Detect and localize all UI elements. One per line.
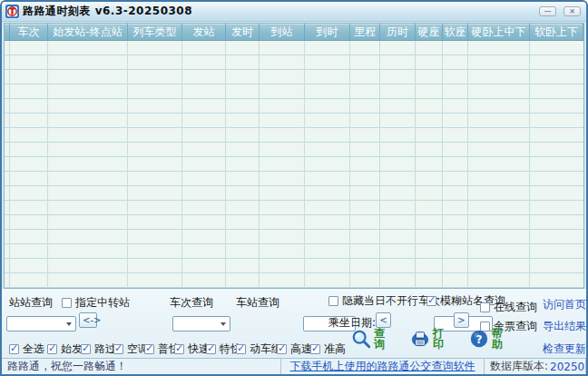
- checkbox-label: 高速: [290, 341, 312, 357]
- checkbox-box: [480, 302, 490, 312]
- svg-text:?: ?: [476, 333, 483, 346]
- table-body-column: [416, 41, 443, 288]
- col-header-train-type[interactable]: 列车类型: [128, 24, 182, 41]
- query-button-label: 查 询: [374, 328, 385, 350]
- station-station-query-label: 站站查询: [9, 295, 53, 311]
- status-download-link[interactable]: 下载手机上使用的路路通公交查询软件: [290, 359, 475, 374]
- checkbox-box: [277, 344, 287, 354]
- link-export-results[interactable]: 导出结果: [543, 319, 586, 334]
- col-header-dep-time[interactable]: 发时: [226, 24, 260, 41]
- magnifier-icon: [351, 329, 371, 349]
- station-query-label: 车站查询: [236, 295, 279, 311]
- table-body-column: [48, 41, 128, 288]
- filter-checkbox-originating[interactable]: 始发: [47, 341, 83, 357]
- checkbox-box: [81, 344, 91, 354]
- date-next-button[interactable]: >: [454, 312, 469, 328]
- title-bar[interactable]: 路路通时刻表 v6.3-20250308 — ✕: [2, 2, 586, 22]
- date-prev-button[interactable]: <: [376, 312, 391, 328]
- checkbox-box: [310, 344, 320, 354]
- filter-checkbox-high-speed[interactable]: 高速: [277, 341, 312, 357]
- to-station-combobox[interactable]: [172, 316, 230, 331]
- train-query-label: 车次查询: [170, 295, 213, 311]
- timetable-body[interactable]: [5, 41, 583, 288]
- help-icon: ?: [469, 329, 489, 349]
- checkbox-box: [62, 298, 72, 308]
- online-query-checkbox[interactable]: 在线查询: [480, 300, 537, 315]
- col-header-origin-terminus[interactable]: 始发站-终点站: [48, 24, 128, 41]
- link-check-update[interactable]: 检查更新: [543, 341, 586, 357]
- checkbox-box: [206, 344, 216, 354]
- db-version-label: 数据库版本:: [490, 359, 548, 374]
- filter-checkbox-quasi-high-speed[interactable]: 准高: [310, 341, 346, 357]
- close-button[interactable]: ✕: [564, 6, 581, 16]
- table-body-column: [260, 41, 305, 288]
- checkbox-box: [236, 344, 246, 354]
- status-bar: 路路通，祝您一路畅通！ 下载手机上使用的路路通公交查询软件 数据库版本: 202…: [2, 358, 586, 374]
- print-button[interactable]: 打 印: [410, 328, 444, 350]
- checkbox-label: 始发: [61, 341, 83, 357]
- table-body-column: [530, 41, 583, 288]
- checkbox-box: [426, 296, 436, 306]
- checkbox-box: [328, 296, 338, 306]
- table-body-column: [10, 41, 48, 288]
- table-body-column: [380, 41, 416, 288]
- filter-checkbox-fast[interactable]: 快速: [174, 341, 210, 357]
- chevron-down-icon: [66, 322, 72, 326]
- app-logo-icon: [5, 5, 19, 18]
- help-button[interactable]: ? 帮 助: [469, 328, 503, 350]
- minimize-button[interactable]: —: [539, 6, 556, 16]
- col-header-train-no[interactable]: 车次: [10, 24, 48, 41]
- checkbox-box: [47, 344, 57, 354]
- table-body-column: [443, 41, 468, 288]
- printer-icon: [410, 329, 430, 349]
- checkbox-label: 准高: [324, 341, 346, 357]
- filter-checkbox-emu[interactable]: 动车组: [236, 341, 282, 357]
- col-header-soft-sleeper[interactable]: 软卧上下: [530, 24, 583, 41]
- checkbox-label: 隐藏当日不开行车次: [342, 293, 440, 309]
- col-header-soft-seat[interactable]: 软座: [443, 24, 468, 41]
- table-body-column: [226, 41, 260, 288]
- table-body-column: [128, 41, 182, 288]
- from-station-combobox[interactable]: [6, 316, 76, 331]
- table-body-column: [182, 41, 226, 288]
- checkbox-label: 在线查询: [494, 300, 537, 315]
- print-button-label: 打 印: [433, 328, 444, 350]
- checkbox-box: [113, 344, 123, 354]
- col-header-hard-sleeper[interactable]: 硬卧上中下: [468, 24, 530, 41]
- filter-checkbox-select-all[interactable]: 全选: [9, 341, 44, 357]
- app-window: 路路通时刻表 v6.3-20250308 — ✕ 车次 始发站-终点站 列车类型…: [0, 0, 588, 376]
- table-body-column: [350, 41, 380, 288]
- query-button[interactable]: 查 询: [351, 328, 385, 350]
- col-header-dep-station[interactable]: 发站: [182, 24, 226, 41]
- checkbox-box: [174, 344, 184, 354]
- timetable-header-row: 车次 始发站-终点站 列车类型 发站 发时 到站 到时 里程 历时 硬座 软座 …: [5, 24, 583, 41]
- link-homepage[interactable]: 访问首页: [543, 297, 586, 312]
- chevron-down-icon: [220, 322, 226, 326]
- table-body-column: [468, 41, 530, 288]
- query-panel: 站站查询 指定中转站 <-> 车次查询 车站查询 隐藏当日不开行车次: [2, 289, 586, 358]
- checkbox-label: 指定中转站: [75, 295, 130, 311]
- timetable: 车次 始发站-终点站 列车类型 发站 发时 到站 到时 里程 历时 硬座 软座 …: [4, 23, 584, 289]
- col-header-mileage[interactable]: 里程: [350, 24, 380, 41]
- checkbox-box: [9, 344, 19, 354]
- swap-stations-button[interactable]: <->: [79, 312, 97, 328]
- col-header-hard-seat[interactable]: 硬座: [416, 24, 443, 41]
- checkbox-label: 全选: [23, 341, 44, 357]
- col-header-duration[interactable]: 历时: [380, 24, 416, 41]
- hide-today-checkbox[interactable]: 隐藏当日不开行车次: [328, 293, 440, 309]
- filter-checkbox-passing[interactable]: 路过: [81, 341, 116, 357]
- transfer-station-checkbox[interactable]: 指定中转站: [62, 295, 130, 311]
- db-version-value: 20250308: [550, 361, 586, 373]
- window-title: 路路通时刻表 v6.3-20250308: [23, 4, 192, 19]
- checkbox-box: [144, 344, 154, 354]
- help-button-label: 帮 助: [492, 328, 503, 350]
- table-body-column: [305, 41, 350, 288]
- col-header-arr-time[interactable]: 到时: [305, 24, 350, 41]
- status-greeting: 路路通，祝您一路畅通！: [2, 359, 281, 374]
- col-header-arr-station[interactable]: 到站: [260, 24, 305, 41]
